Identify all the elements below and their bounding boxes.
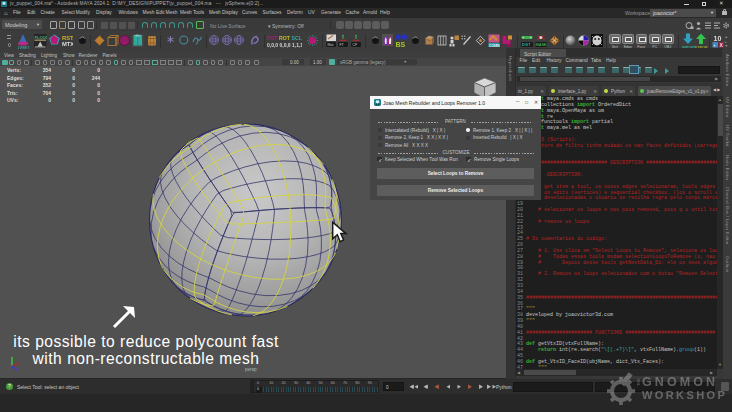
svg-text:GNOMON: GNOMON — [642, 375, 718, 389]
svg-text:RST: RST — [267, 35, 278, 41]
svg-text:FLOOR: FLOOR — [34, 34, 47, 39]
svg-text:MTX: MTX — [62, 41, 73, 47]
svg-text:BS: BS — [395, 41, 405, 48]
svg-text:RST: RST — [62, 35, 73, 41]
svg-text:ROT: ROT — [279, 35, 291, 41]
svg-text:MASK: MASK — [535, 43, 546, 47]
svg-text:Mat: Mat — [327, 43, 333, 47]
svg-text:∗: ∗ — [166, 33, 175, 45]
svg-text:CP: CP — [352, 43, 358, 47]
svg-text:WORKSHOP: WORKSHOP — [642, 389, 727, 401]
svg-text:THE: THE — [636, 378, 641, 386]
svg-text:+: + — [713, 43, 716, 48]
svg-text:JVSET: JVSET — [18, 46, 30, 50]
svg-text:0,0,0 0,0,0 1,1,1: 0,0,0 0,0,0 1,1,1 — [267, 41, 302, 47]
svg-text:COMB: COMB — [488, 44, 499, 48]
svg-text:SCL: SCL — [292, 35, 303, 41]
svg-text:DIST: DIST — [521, 43, 530, 47]
